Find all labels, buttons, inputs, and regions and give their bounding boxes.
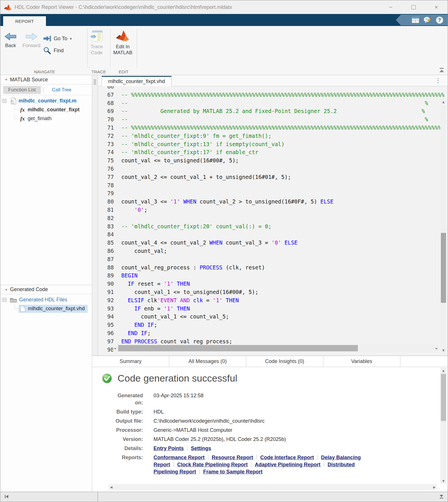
back-button[interactable]: Back — [4, 32, 17, 49]
link-divider — [187, 446, 187, 451]
link-settings[interactable]: Settings — [191, 445, 211, 451]
field-label: Processor: — [109, 427, 143, 434]
close-button[interactable]: ✕ — [425, 0, 448, 14]
line-number: 69 — [98, 107, 114, 115]
goto-button[interactable]: Go To ▾ — [43, 35, 72, 42]
tab-call-tree[interactable]: Call Tree — [52, 87, 71, 93]
summary-horizontal-scrollbar[interactable]: ◄ ► — [109, 484, 437, 491]
link-divider — [208, 455, 208, 460]
summary-field-output-file: Output file:C:\hdlcoder\work\codegen\mlh… — [109, 418, 429, 425]
scroll-left-icon[interactable]: ◄ — [109, 485, 113, 489]
summary-vertical-scrollbar[interactable]: ▲ ▼ — [440, 368, 447, 484]
trace-code-button[interactable]: Trace Code — [90, 30, 103, 56]
sidebar-splitter[interactable] — [92, 75, 98, 356]
scroll-down-icon[interactable]: ▼ — [440, 348, 447, 352]
summary-vscroll-thumb[interactable] — [441, 374, 446, 421]
link-divider — [317, 455, 318, 460]
function-icon: fx — [20, 116, 25, 122]
tree-item-mlhdlc-counter-fixpt[interactable]: fxmlhdlc_counter_fixpt — [0, 105, 92, 114]
matlab-app-icon — [4, 4, 12, 11]
line-text: count_val_4 <= count_val_2 WHEN count_va… — [121, 239, 298, 247]
tab-report[interactable]: REPORT — [3, 16, 46, 26]
code-line-72: 72-- 'mlhdlc_counter_fixpt:9' fm = get_f… — [98, 132, 448, 140]
generated-root-label[interactable]: Generated HDL Files — [19, 297, 67, 303]
goto-dropdown-icon[interactable]: ▾ — [70, 37, 72, 41]
tree-item-label: mlhdlc_counter_fixpt.vhd — [28, 306, 85, 312]
tree-row-source-root[interactable]: fx mlhdlc_counter_fixpt.m — [0, 96, 92, 105]
link-frame-to-sample-report[interactable]: Frame to Sample Report — [203, 469, 263, 475]
line-text: -- 'mlhdlc_counter_fixpt:9' fm = get_fim… — [121, 132, 271, 140]
find-button[interactable]: Find — [43, 47, 64, 55]
edit-label-line2: MATLAB — [113, 50, 132, 55]
generated-tree: Generated HDL Files mlhdlc_counter_fixpt… — [0, 295, 92, 313]
link-entry-points[interactable]: Entry Points — [154, 445, 184, 451]
link-divider — [257, 455, 257, 460]
line-number: 78 — [98, 181, 114, 189]
scroll-right-icon[interactable]: ► — [432, 485, 436, 489]
section-trace: TRACE — [88, 69, 110, 74]
tab-function-list[interactable]: Function List — [3, 86, 41, 94]
help-icon[interactable]: ? — [435, 16, 444, 24]
code-line-66: 66 — [98, 86, 448, 91]
scroll-down-icon[interactable]: ▼ — [440, 479, 447, 483]
ribbon-toolbar: Back Forward Go To ▾ Find — [0, 26, 448, 75]
code-line-68: 68-- % — [98, 99, 448, 107]
matlab-source-title: MATLAB Source — [10, 77, 48, 83]
generated-code-header[interactable]: ▾ Generated Code — [0, 285, 92, 294]
scroll-up-icon[interactable]: ▲ — [440, 368, 447, 373]
matlab-source-header[interactable]: ▾ MATLAB Source — [0, 75, 92, 84]
code-view[interactable]: 6667-- %%%%%%%%%%%%%%%%%%%%%%%%%%%%%%%%%… — [98, 86, 448, 356]
line-number: 80 — [98, 197, 114, 206]
collapse-sidebar-icon[interactable] — [4, 494, 9, 500]
layout-icon[interactable] — [411, 16, 420, 24]
goto-icon — [43, 35, 51, 42]
line-number: 73 — [98, 140, 114, 148]
maximize-button[interactable] — [402, 0, 425, 14]
code-line-94: 94 count_val_1 <= count_val_5; — [98, 313, 448, 321]
collapse-triangle-icon[interactable]: ▾ — [5, 78, 7, 82]
source-root-label[interactable]: mlhdlc_counter_fixpt.m — [19, 98, 76, 104]
bottom-tab-variables[interactable]: Variables — [323, 356, 400, 367]
scroll-left-icon[interactable]: ◄ — [114, 346, 116, 350]
link-conformance-report[interactable]: Conformance Report — [154, 455, 205, 460]
vscroll-thumb[interactable] — [441, 233, 446, 303]
collapse-triangle-icon[interactable]: ▾ — [5, 288, 7, 292]
editor-tab-vhd-file[interactable]: mlhdlc_counter_fixpt.vhd — [102, 76, 171, 86]
editor-options-kebab-icon[interactable]: ⋮ — [435, 77, 441, 84]
line-number: 91 — [98, 288, 114, 296]
link-resource-report[interactable]: Resource Report — [212, 455, 253, 460]
bottom-tab-all-messages-0[interactable]: All Messages (0) — [169, 356, 246, 367]
link-code-interface-report[interactable]: Code Interface Report — [260, 455, 314, 460]
scroll-up-icon[interactable]: ▲ — [440, 100, 447, 104]
hscroll-thumb[interactable] — [118, 345, 358, 351]
editor-vertical-scrollbar[interactable]: ▲ ▼ — [440, 98, 447, 352]
scroll-right-icon[interactable]: ► — [436, 346, 438, 350]
link-clock-rate-pipelining-report[interactable]: Clock Rate Pipelining Report — [177, 462, 248, 467]
collapse-expander-icon[interactable] — [3, 99, 6, 103]
feedback-icon[interactable] — [423, 16, 432, 24]
tree-item-get-fimath[interactable]: fxget_fimath — [0, 114, 92, 123]
line-number: 94 — [98, 313, 114, 321]
line-text: -- % — [121, 99, 428, 107]
tree-item-mlhdlc-counter-fixpt-vhd[interactable]: mlhdlc_counter_fixpt.vhd — [0, 304, 92, 313]
minimize-button[interactable]: ─ — [379, 0, 402, 14]
edit-in-matlab-button[interactable]: Edit In MATLAB — [113, 29, 132, 56]
success-check-icon — [102, 373, 112, 384]
field-links: Entry PointsSettings — [154, 445, 376, 452]
collapse-bottom-panel-icon[interactable] — [439, 494, 444, 500]
line-text: BEGIN — [121, 271, 138, 280]
collapse-ribbon-button[interactable] — [439, 68, 445, 73]
forward-button[interactable]: Forward — [23, 32, 40, 49]
collapse-expander-icon[interactable] — [3, 298, 6, 302]
code-line-71: 71-- %%%%%%%%%%%%%%%%%%%%%%%%%%%%%%%%%%%… — [98, 124, 448, 132]
bottom-tab-code-insights-0[interactable]: Code Insights (0) — [246, 356, 323, 367]
code-line-86: 86 count_val; — [98, 247, 448, 255]
ribbon-tab-bar: REPORT — [0, 14, 448, 26]
bottom-tab-summary[interactable]: Summary — [92, 356, 169, 367]
editor-horizontal-scrollbar[interactable]: ◄ ► — [113, 344, 439, 352]
selected-tree-item[interactable]: mlhdlc_counter_fixpt.vhd — [19, 305, 88, 313]
tree-row-generated-root[interactable]: Generated HDL Files — [0, 295, 92, 304]
code-line-89: 89BEGIN — [98, 271, 448, 280]
link-adaptive-pipelining-report[interactable]: Adaptive Pipelining Report — [255, 462, 320, 467]
source-tree: fx mlhdlc_counter_fixpt.m fxmlhdlc_count… — [0, 95, 92, 123]
